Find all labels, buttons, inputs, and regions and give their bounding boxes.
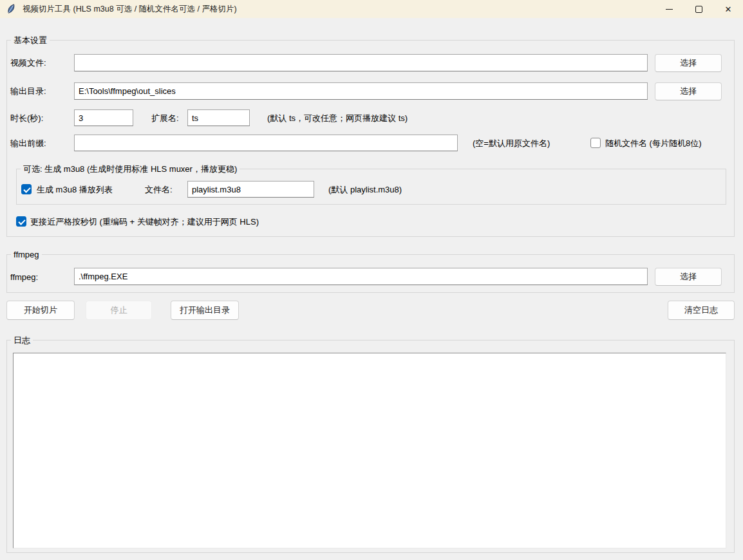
start-slicing-button[interactable]: 开始切片 [6, 301, 75, 320]
minimize-button[interactable] [654, 0, 684, 18]
video-file-label: 视频文件: [10, 58, 46, 68]
log-group-title: 日志 [11, 335, 33, 346]
window-title: 视频切片工具 (HLS m3u8 可选 / 随机文件名可选 / 严格切片) [23, 4, 237, 15]
prefix-hint: (空=默认用原文件名) [473, 138, 550, 148]
playlist-filename-hint: (默认 playlist.m3u8) [328, 185, 402, 194]
ffmpeg-browse-button[interactable]: 选择 [655, 268, 722, 286]
ffmpeg-group-title: ffmpeg [11, 249, 42, 260]
m3u8-options-group-title: 可选: 生成 m3u8 (生成时使用标准 HLS muxer，播放更稳) [21, 163, 240, 174]
minimize-icon [666, 9, 673, 10]
close-icon: ✕ [725, 5, 732, 14]
open-output-dir-button[interactable]: 打开输出目录 [171, 301, 239, 320]
video-file-browse-button[interactable]: 选择 [655, 54, 722, 72]
generate-m3u8-checkbox[interactable] [21, 184, 32, 194]
prefix-input[interactable] [74, 135, 458, 151]
ffmpeg-path-label: ffmpeg: [10, 272, 38, 282]
log-textarea[interactable] [13, 353, 726, 548]
maximize-icon [695, 6, 702, 13]
output-dir-label: 输出目录: [10, 86, 46, 96]
extension-hint: (默认 ts，可改任意；网页播放建议 ts) [267, 113, 408, 123]
duration-input[interactable] [74, 109, 133, 126]
strict-slicing-checkbox[interactable] [16, 216, 26, 227]
app-window: 视频切片工具 (HLS m3u8 可选 / 随机文件名可选 / 严格切片) ✕ … [0, 0, 743, 560]
output-dir-browse-button[interactable]: 选择 [655, 82, 722, 100]
extension-label: 扩展名: [151, 113, 179, 123]
window-controls: ✕ [654, 0, 743, 18]
random-filename-label: 随机文件名 (每片随机8位) [605, 138, 702, 148]
maximize-button[interactable] [684, 0, 713, 18]
playlist-filename-input[interactable] [187, 181, 314, 198]
basic-settings-group-title: 基本设置 [11, 35, 50, 46]
strict-slicing-label: 更接近严格按秒切 (重编码 + 关键帧对齐；建议用于网页 HLS) [30, 217, 259, 227]
extension-input[interactable] [187, 109, 250, 126]
prefix-label: 输出前缀: [10, 138, 46, 148]
tk-feather-icon [6, 4, 16, 14]
title-bar: 视频切片工具 (HLS m3u8 可选 / 随机文件名可选 / 严格切片) ✕ [0, 0, 743, 18]
stop-button[interactable]: 停止 [86, 301, 152, 320]
close-button[interactable]: ✕ [713, 0, 743, 18]
clear-log-button[interactable]: 清空日志 [668, 301, 735, 320]
video-file-input[interactable] [74, 54, 648, 71]
duration-label: 时长(秒): [10, 113, 43, 123]
ffmpeg-path-input[interactable] [74, 268, 648, 285]
output-dir-input[interactable] [74, 82, 648, 100]
random-filename-checkbox[interactable] [590, 138, 601, 148]
playlist-filename-label: 文件名: [145, 185, 173, 194]
generate-m3u8-label: 生成 m3u8 播放列表 [37, 185, 113, 194]
